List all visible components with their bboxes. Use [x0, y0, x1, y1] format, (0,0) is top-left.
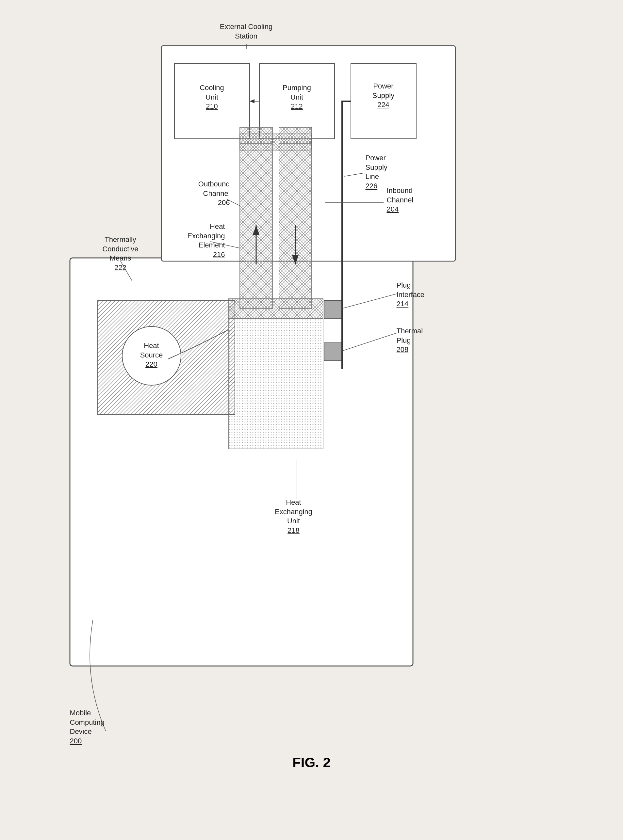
svg-rect-15 [229, 299, 323, 318]
svg-line-30 [342, 333, 397, 351]
plug-interface-label: PlugInterface214 [397, 281, 459, 309]
external-cooling-station-label: External Cooling Station [210, 22, 282, 41]
figure-label: FIG. 2 [292, 755, 331, 770]
svg-line-29 [342, 294, 397, 309]
thermal-plug-label: ThermalPlug208 [397, 326, 459, 355]
svg-line-28 [344, 173, 364, 176]
heat-exchanging-element-label: HeatExchangingElement216 [147, 222, 225, 259]
svg-rect-11 [279, 139, 312, 309]
svg-rect-18 [324, 343, 342, 361]
heat-source-label: HeatSource220 [127, 341, 176, 369]
power-supply-line-label: PowerSupplyLine226 [365, 153, 424, 191]
svg-rect-14 [240, 134, 312, 150]
power-supply-label: PowerSupply224 [351, 82, 416, 110]
page-container: External Cooling Station CoolingUnit210 … [0, 0, 623, 840]
outbound-channel-label: OutboundChannel206 [168, 179, 230, 208]
svg-rect-17 [324, 300, 342, 318]
svg-rect-13 [279, 127, 312, 144]
svg-rect-12 [240, 127, 272, 144]
mobile-computing-device-label: MobileComputingDevice200 [70, 708, 152, 746]
svg-rect-16 [229, 318, 323, 449]
svg-marker-9 [250, 99, 255, 103]
cooling-unit-label: CoolingUnit210 [175, 83, 250, 111]
svg-rect-10 [240, 139, 272, 309]
thermally-conductive-means-label: ThermallyConductiveMeans222 [83, 235, 158, 272]
svg-rect-3 [70, 258, 413, 666]
heat-exchanging-unit-label: HeatExchangingUnit218 [256, 498, 331, 535]
diagram-area: External Cooling Station CoolingUnit210 … [50, 13, 573, 797]
pumping-unit-label: PumpingUnit212 [259, 83, 335, 111]
